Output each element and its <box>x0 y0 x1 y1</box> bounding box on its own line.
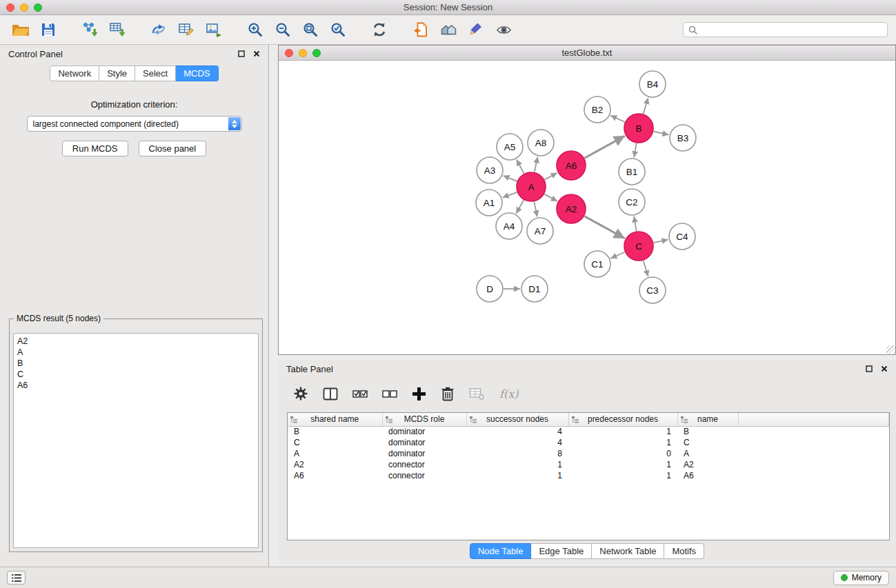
table-cell[interactable]: 1 <box>466 470 568 481</box>
graph-node-D[interactable]: D <box>477 276 503 302</box>
table-cell[interactable]: 1 <box>568 437 677 448</box>
add-row-button[interactable] <box>412 387 426 401</box>
table-cell[interactable]: 0 <box>568 448 677 459</box>
minimize-window-button[interactable] <box>20 3 28 12</box>
run-mcds-button[interactable]: Run MCDS <box>62 141 128 156</box>
graph-node-A2[interactable]: A2 <box>557 194 586 223</box>
save-session-button[interactable] <box>36 17 61 42</box>
close-table-panel-icon[interactable] <box>881 365 888 372</box>
graph-node-A[interactable]: A <box>517 172 546 201</box>
graph-edge-C-C1[interactable] <box>610 252 625 258</box>
graph-edge-C-C2[interactable] <box>634 216 636 232</box>
table-cell[interactable]: 1 <box>568 470 677 481</box>
graph-edge-C-C3[interactable] <box>644 261 648 276</box>
maximize-window-button[interactable] <box>34 3 42 12</box>
graph-edge-A2-C[interactable] <box>584 216 625 239</box>
column-header-predecessor-nodes[interactable]: predecessor nodes <box>568 413 677 426</box>
graph-node-A4[interactable]: A4 <box>496 213 522 239</box>
function-builder-button[interactable]: f(x) <box>499 387 518 401</box>
open-file-button[interactable] <box>8 17 33 42</box>
graph-edge-A6-B[interactable] <box>584 136 625 158</box>
graph-edge-B-B4[interactable] <box>644 98 648 114</box>
cp-tab-mcds[interactable]: MCDS <box>176 65 218 81</box>
table-cell[interactable]: B <box>677 426 738 437</box>
cp-tab-select[interactable]: Select <box>135 65 176 81</box>
graph-node-B3[interactable]: B3 <box>670 125 696 151</box>
table-cell[interactable]: A2 <box>288 459 382 470</box>
mcds-result-item[interactable]: A2 <box>17 336 255 347</box>
column-header-name[interactable]: name <box>677 413 738 426</box>
float-table-panel-icon[interactable] <box>866 365 873 372</box>
graph-edge-A-A3[interactable] <box>504 176 517 181</box>
image-export-button[interactable] <box>201 17 226 42</box>
table-cell[interactable]: C <box>677 437 738 448</box>
graph-node-A5[interactable]: A5 <box>497 134 523 160</box>
graph-edge-A-A7[interactable] <box>534 202 537 217</box>
memory-button[interactable]: Memory <box>833 571 889 585</box>
optimization-select[interactable]: largest connected component (directed) <box>27 116 242 132</box>
graph-edge-A-A2[interactable] <box>544 194 557 201</box>
column-header-successor-nodes[interactable]: successor nodes <box>466 413 568 426</box>
graph-node-C4[interactable]: C4 <box>669 223 695 250</box>
network-close-button[interactable] <box>285 49 293 57</box>
column-header-mcds-role[interactable]: MCDS role <box>382 413 466 426</box>
graph-edge-A-A4[interactable] <box>516 200 524 214</box>
graph-node-A7[interactable]: A7 <box>527 218 553 244</box>
table-cell[interactable]: dominator <box>382 437 466 448</box>
select-all-button[interactable] <box>352 387 368 400</box>
settings-gear-button[interactable] <box>293 386 308 401</box>
network-arrows-button[interactable] <box>146 17 171 42</box>
table-tab-network-table[interactable]: Network Table <box>592 543 664 559</box>
table-tab-node-table[interactable]: Node Table <box>470 543 532 559</box>
zoom-selected-button[interactable] <box>326 17 350 42</box>
table-row[interactable]: Adominator80A <box>288 448 889 459</box>
column-header-shared-name[interactable]: shared name <box>288 413 382 426</box>
task-history-button[interactable] <box>7 571 26 585</box>
table-cell[interactable]: A <box>677 448 738 459</box>
table-cell[interactable]: dominator <box>382 426 466 437</box>
table-cell[interactable]: B <box>288 426 382 437</box>
home-button[interactable] <box>436 17 461 42</box>
table-cell[interactable]: A2 <box>677 459 738 470</box>
graph-node-D1[interactable]: D1 <box>521 276 548 302</box>
resize-grip[interactable] <box>886 345 895 354</box>
graph-node-A6[interactable]: A6 <box>557 151 586 180</box>
network-minimize-button[interactable] <box>299 49 307 57</box>
close-panel-button[interactable]: Close panel <box>139 141 207 156</box>
table-row[interactable]: A6connector11A6 <box>288 470 889 481</box>
network-maximize-button[interactable] <box>312 49 321 57</box>
table-cell[interactable]: A6 <box>288 470 382 481</box>
network-canvas[interactable]: B4B2BB3A5A8A6B1A3AC2A1A2A4A7C4CC1C3DD1 <box>279 61 895 354</box>
zoom-out-button[interactable] <box>270 17 295 42</box>
float-panel-icon[interactable] <box>238 50 245 57</box>
table-tab-motifs[interactable]: Motifs <box>664 543 704 559</box>
delete-row-button[interactable] <box>441 386 455 401</box>
table-row[interactable]: Cdominator41C <box>288 437 889 448</box>
close-window-button[interactable] <box>6 3 14 12</box>
cp-tab-style[interactable]: Style <box>99 65 135 81</box>
table-cell[interactable]: A <box>288 448 382 459</box>
table-row[interactable]: A2connector11A2 <box>288 459 889 470</box>
graph-node-C3[interactable]: C3 <box>639 277 666 303</box>
close-panel-icon[interactable] <box>253 50 260 57</box>
import-network-button[interactable] <box>77 17 102 42</box>
table-cell[interactable]: 1 <box>568 426 677 437</box>
layout-refresh-button[interactable] <box>367 17 392 42</box>
style-brush-button[interactable] <box>464 17 488 42</box>
graph-edge-B-B3[interactable] <box>654 132 669 135</box>
table-cell[interactable]: 8 <box>466 448 568 459</box>
table-tab-edge-table[interactable]: Edge Table <box>531 543 592 559</box>
table-cell[interactable]: dominator <box>382 448 466 459</box>
table-cell[interactable]: C <box>288 437 382 448</box>
import-table-button[interactable] <box>105 17 130 42</box>
search-input[interactable] <box>701 25 882 34</box>
zoom-fit-button[interactable] <box>298 17 323 42</box>
eye-button[interactable] <box>491 17 516 42</box>
graph-node-B2[interactable]: B2 <box>584 97 610 123</box>
graph-node-B[interactable]: B <box>624 114 653 143</box>
table-cell[interactable]: A6 <box>677 470 738 481</box>
column-browser-button[interactable] <box>323 387 338 401</box>
graph-edge-A-A1[interactable] <box>503 192 517 198</box>
mcds-result-item[interactable]: B <box>17 358 255 369</box>
graph-node-C1[interactable]: C1 <box>584 251 610 277</box>
